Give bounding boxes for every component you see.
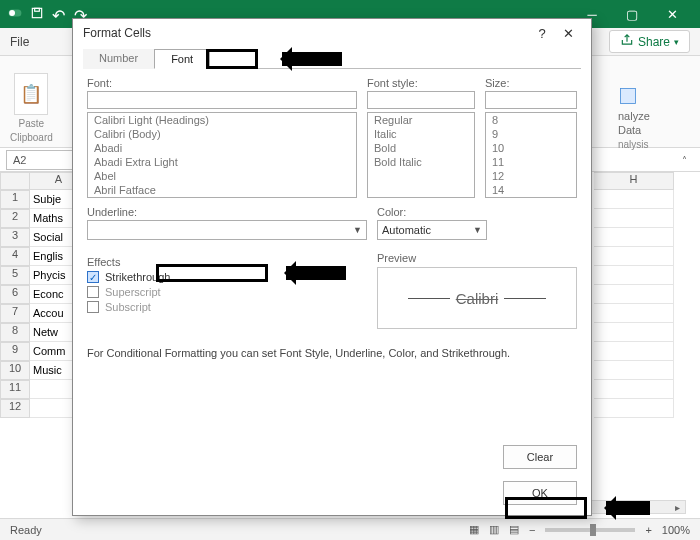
analyze-icon [618, 96, 638, 108]
preview-box: Calibri [377, 267, 577, 329]
svg-rect-4 [621, 89, 636, 104]
underline-label: Underline: [87, 206, 367, 218]
row-header[interactable]: 8 [0, 323, 30, 342]
list-item[interactable]: Abadi Extra Light [88, 155, 356, 169]
clear-button[interactable]: Clear [503, 445, 577, 469]
dialog-tabs: Number Font [83, 49, 581, 69]
strikethrough-checkbox[interactable]: ✓ Strikethrough [87, 271, 367, 283]
list-item[interactable]: Calibri (Body) [88, 127, 356, 141]
ribbon-collapse-icon[interactable]: ˄ [676, 152, 692, 168]
color-label: Color: [377, 206, 577, 218]
checkbox-checked-icon: ✓ [87, 271, 99, 283]
menu-file[interactable]: File [10, 35, 29, 49]
row-header[interactable]: 12 [0, 399, 30, 418]
size-listbox[interactable]: 8910111214 [485, 112, 577, 198]
cell[interactable] [594, 323, 674, 342]
list-item[interactable]: Italic [368, 127, 474, 141]
list-item[interactable]: Abril Fatface [88, 183, 356, 197]
cell[interactable] [594, 342, 674, 361]
hint-text: For Conditional Formatting you can set F… [87, 347, 577, 359]
list-item[interactable]: 11 [486, 155, 576, 169]
window-maximize-button[interactable]: ▢ [612, 0, 652, 28]
checkbox-icon [87, 301, 99, 313]
list-item[interactable]: Regular [368, 113, 474, 127]
list-item[interactable]: 10 [486, 141, 576, 155]
list-item[interactable]: 9 [486, 127, 576, 141]
row-header[interactable]: 7 [0, 304, 30, 323]
preview-rule-left [408, 298, 450, 299]
cell[interactable] [594, 247, 674, 266]
subscript-checkbox[interactable]: Subscript [87, 301, 367, 313]
zoom-out-icon[interactable]: − [529, 524, 535, 536]
row-header[interactable]: 1 [0, 190, 30, 209]
row-header[interactable]: 5 [0, 266, 30, 285]
font-listbox[interactable]: Calibri Light (Headings)Calibri (Body)Ab… [87, 112, 357, 198]
cell[interactable] [594, 190, 674, 209]
row-header[interactable]: 4 [0, 247, 30, 266]
list-item[interactable]: Calibri Light (Headings) [88, 113, 356, 127]
share-label: Share [638, 35, 670, 49]
format-cells-dialog: Format Cells ? ✕ Number Font Font: Calib… [72, 18, 592, 516]
col-header-h[interactable]: H [594, 172, 674, 190]
zoom-in-icon[interactable]: + [645, 524, 651, 536]
effects-label: Effects [87, 256, 367, 268]
row-header[interactable]: 6 [0, 285, 30, 304]
row-header[interactable]: 11 [0, 380, 30, 399]
list-item[interactable]: 8 [486, 113, 576, 127]
clipboard-icon: 📋 [20, 83, 42, 105]
font-style-input[interactable] [367, 91, 475, 109]
cell[interactable] [594, 209, 674, 228]
row-header[interactable]: 2 [0, 209, 30, 228]
underline-combo[interactable]: ▼ [87, 220, 367, 240]
dialog-close-button[interactable]: ✕ [555, 22, 581, 44]
cell[interactable] [594, 399, 674, 418]
cell[interactable] [594, 380, 674, 399]
view-pagebreak-icon[interactable]: ▤ [509, 523, 519, 536]
cell[interactable] [594, 304, 674, 323]
view-pagelayout-icon[interactable]: ▥ [489, 523, 499, 536]
size-input[interactable] [485, 91, 577, 109]
window-close-button[interactable]: ✕ [652, 0, 692, 28]
paste-button[interactable]: 📋 [14, 73, 48, 115]
preview-text: Calibri [456, 290, 499, 307]
list-item[interactable]: 14 [486, 183, 576, 197]
cell[interactable] [594, 266, 674, 285]
subscript-label: Subscript [105, 301, 151, 313]
dialog-help-button[interactable]: ? [529, 22, 555, 44]
color-combo[interactable]: Automatic ▼ [377, 220, 487, 240]
strikethrough-label: Strikethrough [105, 271, 170, 283]
list-item[interactable]: 12 [486, 169, 576, 183]
scroll-right-icon[interactable]: ▸ [669, 501, 685, 513]
tab-number[interactable]: Number [83, 49, 154, 69]
font-input[interactable] [87, 91, 357, 109]
svg-rect-3 [35, 8, 40, 11]
row-header[interactable]: 3 [0, 228, 30, 247]
cell[interactable] [594, 285, 674, 304]
status-ready: Ready [10, 524, 42, 536]
cell[interactable] [594, 228, 674, 247]
list-item[interactable]: Abel [88, 169, 356, 183]
cell[interactable] [594, 361, 674, 380]
ok-button[interactable]: OK [503, 481, 577, 505]
checkbox-icon [87, 286, 99, 298]
chevron-down-icon: ▾ [674, 37, 679, 47]
analyze-label-1: nalyze [618, 109, 688, 123]
view-normal-icon[interactable]: ▦ [469, 523, 479, 536]
save-icon[interactable] [30, 6, 46, 22]
share-button[interactable]: Share ▾ [609, 30, 690, 53]
select-all-corner[interactable] [0, 172, 30, 190]
superscript-label: Superscript [105, 286, 161, 298]
tab-font[interactable]: Font [154, 49, 210, 69]
undo-icon[interactable]: ↶ [52, 6, 68, 22]
list-item[interactable]: Bold Italic [368, 155, 474, 169]
superscript-checkbox[interactable]: Superscript [87, 286, 367, 298]
zoom-percent[interactable]: 100% [662, 524, 690, 536]
row-header[interactable]: 9 [0, 342, 30, 361]
list-item[interactable]: Bold [368, 141, 474, 155]
dialog-title: Format Cells [83, 26, 151, 40]
list-item[interactable]: Abadi [88, 141, 356, 155]
row-header[interactable]: 10 [0, 361, 30, 380]
zoom-slider[interactable] [545, 528, 635, 532]
autosave-toggle[interactable] [8, 6, 24, 22]
font-style-listbox[interactable]: RegularItalicBoldBold Italic [367, 112, 475, 198]
